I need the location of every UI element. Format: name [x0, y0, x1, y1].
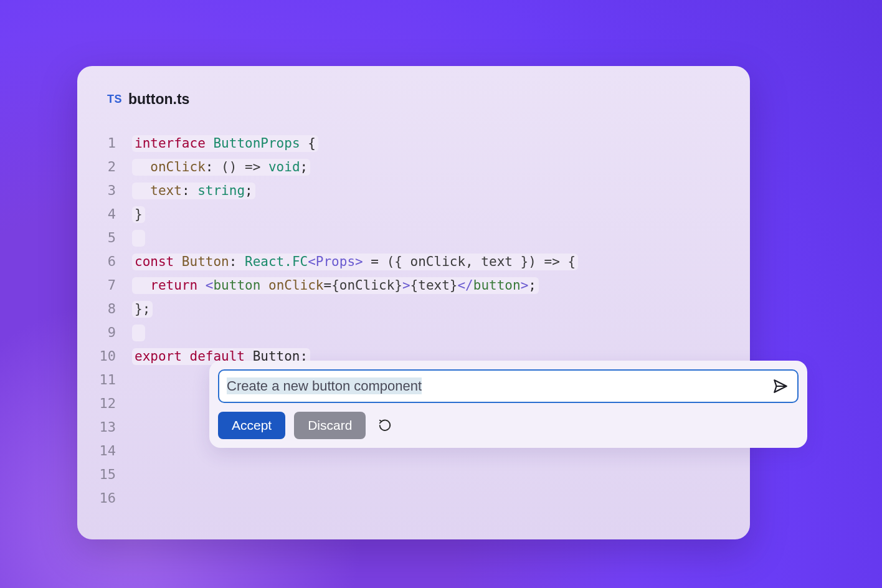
- line-number: 1: [98, 131, 116, 155]
- code-line[interactable]: [132, 321, 750, 344]
- line-number: 8: [98, 297, 116, 321]
- line-number: 4: [98, 202, 116, 226]
- line-number: 7: [98, 273, 116, 297]
- code-lines[interactable]: interface ButtonProps { onClick: () => v…: [132, 130, 750, 510]
- code-line[interactable]: [132, 486, 750, 510]
- line-number: 11: [98, 368, 116, 392]
- retry-button[interactable]: [374, 415, 396, 436]
- line-number: 3: [98, 179, 116, 202]
- code-line[interactable]: [132, 226, 750, 250]
- code-line[interactable]: onClick: () => void;: [132, 155, 750, 179]
- code-line[interactable]: [132, 463, 750, 486]
- line-number: 15: [98, 463, 116, 486]
- send-icon[interactable]: [772, 378, 789, 394]
- line-number: 2: [98, 155, 116, 179]
- code-line[interactable]: const Button: React.FC<Props> = ({ onCli…: [132, 250, 750, 273]
- retry-icon: [378, 419, 392, 432]
- discard-button[interactable]: Discard: [294, 412, 366, 439]
- code-line[interactable]: }: [132, 202, 750, 226]
- typescript-badge-icon: TS: [107, 93, 122, 106]
- line-number-gutter: 12345678910111213141516: [98, 130, 132, 510]
- code-line[interactable]: text: string;: [132, 179, 750, 202]
- inline-prompt-panel: Create a new button component Accept Dis…: [209, 361, 807, 448]
- editor-window: TS button.ts 12345678910111213141516 int…: [77, 66, 750, 539]
- code-area: 12345678910111213141516 interface Button…: [77, 130, 750, 510]
- line-number: 13: [98, 415, 116, 439]
- line-number: 16: [98, 486, 116, 510]
- code-line[interactable]: return <button onClick={onClick}>{text}<…: [132, 273, 750, 297]
- file-header: TS button.ts: [77, 91, 750, 108]
- accept-button[interactable]: Accept: [218, 412, 285, 439]
- prompt-actions: Accept Discard: [218, 412, 799, 439]
- line-number: 9: [98, 321, 116, 344]
- prompt-input[interactable]: Create a new button component: [218, 369, 799, 403]
- prompt-input-text[interactable]: Create a new button component: [227, 378, 772, 394]
- line-number: 10: [98, 344, 116, 368]
- line-number: 12: [98, 392, 116, 415]
- line-number: 14: [98, 439, 116, 463]
- line-number: 6: [98, 250, 116, 273]
- file-name: button.ts: [128, 91, 189, 108]
- line-number: 5: [98, 226, 116, 250]
- code-line[interactable]: interface ButtonProps {: [132, 131, 750, 155]
- code-line[interactable]: };: [132, 297, 750, 321]
